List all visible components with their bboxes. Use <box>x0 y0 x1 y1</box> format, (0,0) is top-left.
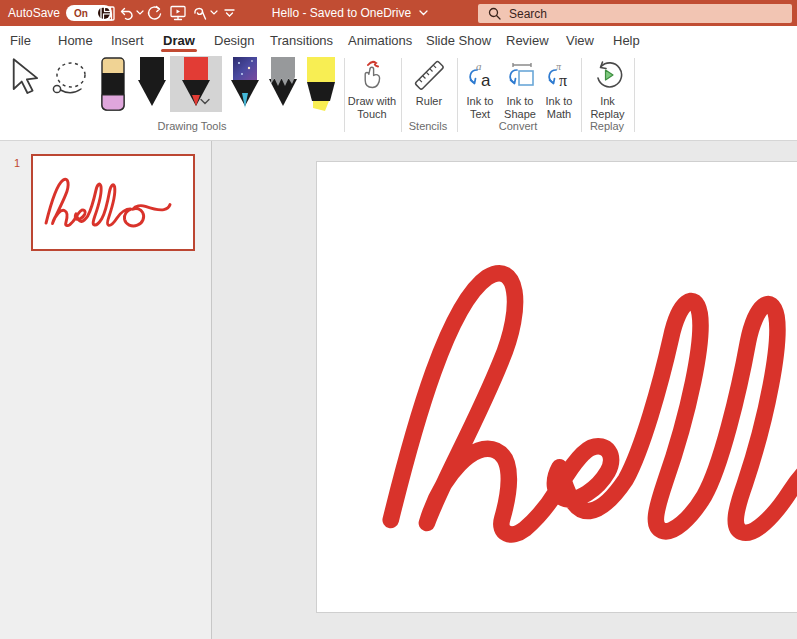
eraser-icon[interactable] <box>101 57 125 111</box>
save-icon <box>99 5 116 22</box>
slide-thumbnail[interactable] <box>31 154 195 251</box>
chevron-down-icon <box>210 10 218 16</box>
group-label-stencils: Stencils <box>398 120 458 132</box>
autosave-state-label: On <box>74 8 88 19</box>
ribbon-tabs: File Home Insert Draw Design Transitions… <box>0 26 797 55</box>
tab-view[interactable]: View <box>566 26 594 55</box>
highlighter-icon[interactable] <box>303 57 339 111</box>
ink-to-text-label-1: Ink to <box>459 95 501 108</box>
present-from-beginning-icon <box>169 4 187 22</box>
search-placeholder: Search <box>509 7 547 21</box>
tab-help[interactable]: Help <box>613 26 640 55</box>
ink-to-math-label-1: Ink to <box>539 95 579 108</box>
group-divider <box>344 58 345 132</box>
slide-editing-area[interactable]: hello <box>212 141 797 639</box>
tab-home[interactable]: Home <box>58 26 93 55</box>
ruler-icon <box>413 59 445 91</box>
tab-insert[interactable]: Insert <box>111 26 144 55</box>
ruler-label: Ruler <box>404 95 454 108</box>
undo-dropdown[interactable] <box>136 0 144 26</box>
draw-with-touch-button[interactable]: Draw with Touch <box>346 57 398 135</box>
chevron-down-icon <box>136 10 144 16</box>
document-title: Hello - Saved to OneDrive <box>250 0 450 26</box>
svg-text:π: π <box>556 61 562 72</box>
ink-text: hello <box>317 162 318 163</box>
search-icon <box>488 7 501 20</box>
slide-number: 1 <box>14 157 20 169</box>
select-tool-icon[interactable] <box>8 58 40 96</box>
tab-draw[interactable]: Draw <box>163 26 195 55</box>
group-label-convert: Convert <box>478 120 558 132</box>
tab-file[interactable]: File <box>10 26 31 55</box>
thumbnail-ink-hello <box>38 166 188 241</box>
touch-draw-button[interactable] <box>192 0 208 26</box>
ribbon-draw: Draw with Touch Ruler a a <box>0 55 797 141</box>
titlebar: AutoSave On <box>0 0 797 26</box>
ink-replay-icon <box>593 60 623 90</box>
tab-design[interactable]: Design <box>214 26 254 55</box>
svg-text:π: π <box>559 72 567 89</box>
ink-to-text-icon: a a <box>466 60 496 90</box>
svg-text:a: a <box>481 71 491 90</box>
powerpoint-window: AutoSave On <box>0 0 797 639</box>
chevron-down-icon[interactable] <box>419 10 428 16</box>
slide-canvas[interactable]: hello <box>316 161 797 613</box>
document-title-text: Hello - Saved to OneDrive <box>272 6 411 20</box>
customize-toolbar-button[interactable] <box>223 0 236 26</box>
save-button[interactable] <box>99 0 116 26</box>
ink-to-math-icon: π π <box>545 60 575 90</box>
touch-draw-icon <box>192 5 208 22</box>
customize-toolbar-icon <box>223 7 236 19</box>
undo-button[interactable] <box>119 0 135 26</box>
lasso-select-icon[interactable] <box>47 60 93 100</box>
search-input[interactable]: Search <box>478 4 792 23</box>
touch-draw-dropdown[interactable] <box>210 0 218 26</box>
redo-button[interactable] <box>146 0 163 26</box>
tab-animations[interactable]: Animations <box>348 26 412 55</box>
group-label-drawing-tools: Drawing Tools <box>130 120 254 132</box>
tab-slide-show[interactable]: Slide Show <box>426 26 491 55</box>
pen-options-chevron-icon[interactable] <box>199 98 211 106</box>
slides-panel[interactable]: 1 <box>0 141 212 639</box>
ink-to-shape-icon <box>506 60 536 90</box>
draw-with-touch-label-1: Draw with <box>346 95 398 108</box>
pen-black-icon[interactable] <box>135 57 169 111</box>
tab-transitions[interactable]: Transitions <box>270 26 333 55</box>
present-from-beginning-button[interactable] <box>169 0 187 26</box>
draw-with-touch-label-2: Touch <box>346 108 398 121</box>
ink-to-shape-label-1: Ink to <box>499 95 541 108</box>
ink-hello-drawing <box>345 199 797 613</box>
autosave-label: AutoSave <box>8 6 60 20</box>
group-label-replay: Replay <box>577 120 637 132</box>
redo-icon <box>146 5 163 22</box>
workspace: 1 hello <box>0 141 797 639</box>
pencil-icon[interactable] <box>266 57 300 111</box>
undo-icon <box>119 5 135 22</box>
pen-galaxy-icon[interactable] <box>228 57 262 111</box>
ink-replay-label-1: Ink <box>584 95 631 108</box>
autosave-toggle[interactable]: AutoSave On <box>8 0 112 26</box>
draw-with-touch-icon <box>358 59 386 91</box>
tab-review[interactable]: Review <box>506 26 549 55</box>
